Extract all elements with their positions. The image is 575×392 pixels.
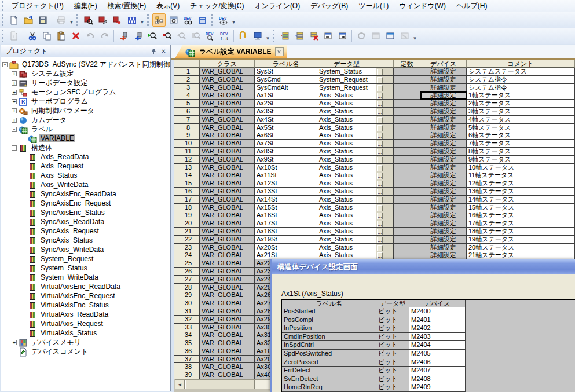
cell-device-detail[interactable]: 詳細設定: [420, 116, 467, 124]
cell-label[interactable]: Ax9St: [255, 156, 317, 164]
toolbar-grip[interactable]: [147, 14, 150, 27]
cell-class[interactable]: VAR_GLOBAL: [200, 76, 255, 84]
row-number[interactable]: 33: [177, 324, 200, 332]
type-browse-button[interactable]: ...: [377, 189, 383, 196]
type-browse-button[interactable]: ...: [377, 213, 383, 219]
cell-class[interactable]: VAR_GLOBAL: [200, 84, 255, 92]
scroll-thumb[interactable]: [185, 380, 255, 389]
row-number[interactable]: 8: [177, 124, 200, 132]
cell-label[interactable]: Ax7St: [255, 140, 317, 148]
cell-constant[interactable]: [394, 171, 420, 179]
type-browse-button[interactable]: ...: [377, 101, 383, 108]
pin-icon[interactable]: [149, 47, 158, 56]
cut-button[interactable]: [25, 30, 39, 43]
cell-device-detail[interactable]: 詳細設定: [420, 140, 467, 148]
menu-item-8[interactable]: ウィンドウ(W): [394, 0, 451, 12]
type-browse-button[interactable]: ...: [377, 69, 383, 76]
cell-label[interactable]: Ax2St: [255, 100, 317, 108]
type-browse-button[interactable]: ...: [377, 197, 383, 204]
cell-label[interactable]: Ax8St: [255, 148, 317, 156]
tree-item[interactable]: SyncAxisEnc_ReadData: [1, 189, 170, 199]
dlg-cell-device[interactable]: M2401: [409, 316, 466, 325]
cell-comment[interactable]: 16軸ステータス: [467, 211, 575, 219]
row-number[interactable]: 26: [177, 268, 200, 276]
menu-item-5[interactable]: オンライン(O): [249, 0, 305, 12]
batch-window-button[interactable]: [167, 13, 180, 27]
cell-class[interactable]: VAR_GLOBAL: [200, 331, 255, 339]
cell-data-type[interactable]: Axis_Status: [317, 179, 376, 188]
type-browse-button[interactable]: ...: [377, 149, 383, 156]
cell-device-detail[interactable]: 詳細設定: [420, 68, 467, 76]
cell-constant[interactable]: [394, 236, 420, 244]
window-find2-button[interactable]: [336, 30, 349, 43]
tree-item[interactable]: VirtualAxis_ReadData: [1, 310, 170, 319]
open-folder-button[interactable]: [21, 13, 35, 27]
toolbar-grip[interactable]: [211, 14, 214, 27]
type-browse-button[interactable]: ...: [377, 141, 383, 148]
expand-icon[interactable]: +: [12, 90, 17, 95]
cell-comment[interactable]: 5軸ステータス: [467, 124, 575, 132]
cell-class[interactable]: VAR_GLOBAL: [200, 164, 255, 172]
row-insert-button[interactable]: [278, 30, 291, 43]
cell-label[interactable]: Ax11St: [255, 171, 317, 179]
find-next-button[interactable]: [145, 30, 159, 43]
write-plc-button[interactable]: [116, 30, 130, 43]
type-browse-button[interactable]: ...: [377, 237, 383, 244]
row-number[interactable]: 28: [177, 284, 200, 292]
tab-label-settings-variable[interactable]: ラベル設定 VARIABLE ✕: [175, 45, 287, 58]
row-number[interactable]: 4: [177, 91, 200, 100]
cell-label[interactable]: Ax19St: [255, 236, 317, 244]
row-number[interactable]: 21: [177, 228, 200, 236]
expand-icon[interactable]: +: [12, 99, 17, 104]
tree-item[interactable]: System_Status: [1, 263, 170, 273]
cell-device-detail[interactable]: 詳細設定: [420, 179, 467, 188]
cell-device-detail[interactable]: 詳細設定: [420, 164, 467, 172]
cell-label[interactable]: SysSt: [255, 68, 317, 76]
transfer-button[interactable]: [111, 13, 124, 27]
menu-item-2[interactable]: 検索/置換(F): [102, 0, 152, 12]
row-number[interactable]: 34: [177, 331, 200, 339]
toolbar-dropdown-icon[interactable]: ▼: [412, 30, 418, 43]
row-number[interactable]: 16: [177, 188, 200, 196]
dlg-cell-device[interactable]: M2407: [409, 367, 466, 375]
cell-comment[interactable]: 9軸ステータス: [467, 156, 575, 164]
row-number[interactable]: 35: [177, 339, 200, 347]
cell-class[interactable]: VAR_GLOBAL: [200, 347, 255, 356]
cell-constant[interactable]: [394, 148, 420, 156]
cell-comment[interactable]: 17軸ステータス: [467, 219, 575, 228]
cell-label[interactable]: Ax21St: [255, 251, 317, 259]
cell-constant[interactable]: [394, 219, 420, 228]
type-browse-button[interactable]: ...: [377, 157, 383, 164]
menu-item-7[interactable]: ツール(T): [353, 0, 394, 12]
tree-item[interactable]: Axis_Request: [1, 162, 170, 171]
find-stop-button[interactable]: [160, 30, 173, 43]
cell-device-detail[interactable]: 詳細設定: [420, 196, 467, 204]
row-number[interactable]: 32: [177, 316, 200, 324]
dlg-cell-device[interactable]: M2406: [409, 358, 466, 367]
cell-data-type[interactable]: Axis_Status: [317, 236, 376, 244]
cell-class[interactable]: VAR_GLOBAL: [200, 156, 255, 164]
type-browse-button[interactable]: ...: [377, 85, 383, 92]
redo-button[interactable]: [98, 30, 111, 43]
cell-class[interactable]: VAR_GLOBAL: [200, 91, 255, 100]
project-find-button[interactable]: [82, 13, 95, 27]
row-number[interactable]: 39: [177, 371, 200, 379]
type-browse-button[interactable]: ...: [377, 181, 383, 188]
cell-comment[interactable]: 6軸ステータス: [467, 131, 575, 140]
cell-label[interactable]: SysCmd: [255, 76, 317, 84]
dev-display-button[interactable]: DEV: [217, 13, 230, 27]
project-tree-button[interactable]: [152, 13, 166, 27]
row-number[interactable]: 27: [177, 276, 200, 284]
row-number[interactable]: 37: [177, 356, 200, 364]
refresh-button[interactable]: [354, 30, 368, 43]
tree-item[interactable]: VirtualAxisEnc_Request: [1, 291, 170, 301]
toolbar-grip[interactable]: [273, 30, 276, 42]
cell-class[interactable]: VAR_GLOBAL: [200, 108, 255, 116]
cell-class[interactable]: VAR_GLOBAL: [200, 124, 255, 132]
cell-constant[interactable]: [394, 188, 420, 196]
cell-comment[interactable]: 14軸ステータス: [467, 196, 575, 204]
cell-data-type[interactable]: Axis_Status: [317, 228, 376, 236]
cell-data-type[interactable]: System_Request: [317, 84, 376, 92]
cell-data-type[interactable]: Axis_Status: [317, 171, 376, 179]
type-browse-button[interactable]: ...: [377, 133, 383, 140]
